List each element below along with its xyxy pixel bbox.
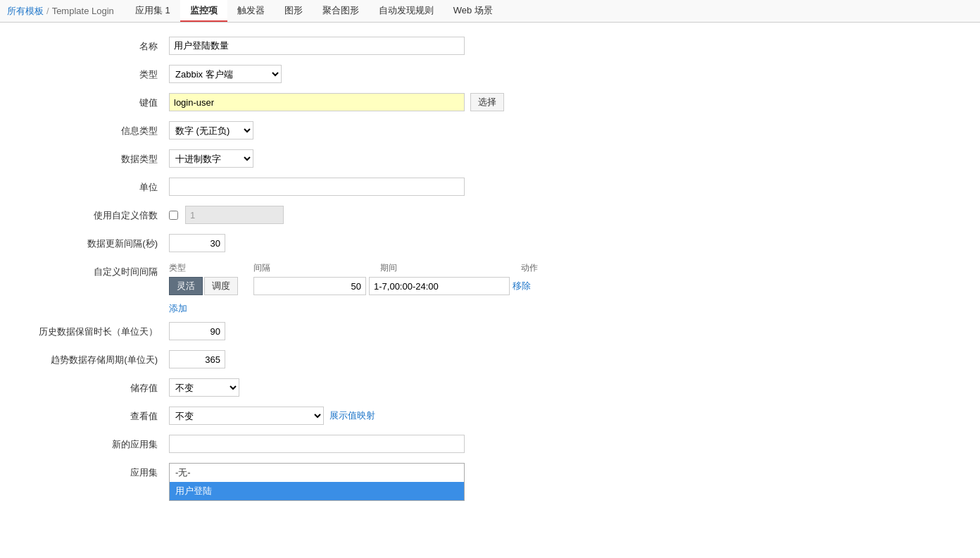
row-info-type: 信息类型 数字 (无正负)字符日志文本浮点数 bbox=[28, 121, 952, 142]
label-info-type: 信息类型 bbox=[28, 121, 169, 137]
row-unit: 单位 bbox=[28, 178, 952, 199]
breadcrumb: 所有模板 / Template Login bbox=[7, 5, 114, 18]
label-interval: 数据更新间隔(秒) bbox=[28, 234, 169, 250]
row-name: 名称 bbox=[28, 37, 952, 58]
appset-list: -无- 用户登陆 bbox=[169, 463, 465, 501]
field-name bbox=[169, 37, 952, 55]
label-name: 名称 bbox=[28, 37, 169, 53]
store-value-select[interactable]: 不变差值简单变化每秒变化 bbox=[169, 378, 239, 397]
multiplier-input[interactable] bbox=[185, 206, 284, 224]
multiplier-checkbox[interactable] bbox=[169, 211, 178, 220]
appset-item-user-login[interactable]: 用户登陆 bbox=[170, 482, 464, 500]
breadcrumb-all-templates[interactable]: 所有模板 bbox=[7, 5, 44, 18]
field-data-type: 十进制数字八进制数字十六进制数字布尔值 bbox=[169, 149, 952, 168]
field-info-type: 数字 (无正负)字符日志文本浮点数 bbox=[169, 121, 952, 140]
tab-auto-discover[interactable]: 自动发现规则 bbox=[369, 0, 444, 22]
nav-tabs: 应用集 1 监控项 触发器 图形 聚合图形 自动发现规则 Web 场景 bbox=[125, 0, 503, 22]
row-show-value: 查看值 不变 展示值映射 bbox=[28, 407, 952, 428]
custom-interval-row: 灵活 调度 移除 bbox=[169, 277, 563, 295]
label-multiplier: 使用自定义倍数 bbox=[28, 206, 169, 222]
tab-aggregate[interactable]: 聚合图形 bbox=[313, 0, 369, 22]
row-trend: 趋势数据存储周期(单位天) bbox=[28, 350, 952, 371]
field-appset: -无- 用户登陆 bbox=[169, 463, 952, 501]
col-header-interval: 间隔 bbox=[253, 262, 380, 274]
type-select[interactable]: Zabbix 客户端Zabbix 代理SNMP v1SNMP v2IPMIJMX bbox=[169, 65, 282, 83]
breadcrumb-current: Template Login bbox=[52, 6, 114, 16]
remove-interval-button[interactable]: 移除 bbox=[513, 280, 531, 292]
value-mapping-link[interactable]: 展示值映射 bbox=[329, 409, 375, 422]
label-store-value: 储存值 bbox=[28, 378, 169, 395]
info-type-select[interactable]: 数字 (无正负)字符日志文本浮点数 bbox=[169, 121, 253, 140]
col-header-action: 动作 bbox=[521, 262, 563, 274]
col-header-period: 期间 bbox=[380, 262, 521, 274]
row-store-value: 储存值 不变差值简单变化每秒变化 bbox=[28, 378, 952, 399]
label-appset: 应用集 bbox=[28, 463, 169, 479]
btn-schedule[interactable]: 调度 bbox=[204, 277, 238, 295]
row-key: 键值 选择 bbox=[28, 93, 952, 114]
label-custom-interval: 自定义时间间隔 bbox=[28, 262, 169, 278]
tab-trigger[interactable]: 触发器 bbox=[227, 0, 275, 22]
tab-graph[interactable]: 图形 bbox=[275, 0, 313, 22]
row-multiplier: 使用自定义倍数 bbox=[28, 206, 952, 227]
label-key: 键值 bbox=[28, 93, 169, 109]
custom-interval-container: 类型 间隔 期间 动作 灵活 调度 移除 添加 bbox=[169, 262, 563, 315]
field-unit bbox=[169, 178, 952, 196]
name-input[interactable] bbox=[169, 37, 465, 55]
key-input[interactable] bbox=[169, 93, 465, 111]
row-appset: 应用集 -无- 用户登陆 bbox=[28, 463, 952, 501]
show-value-select[interactable]: 不变 bbox=[169, 407, 324, 425]
field-type: Zabbix 客户端Zabbix 代理SNMP v1SNMP v2IPMIJMX bbox=[169, 65, 952, 83]
trend-input[interactable] bbox=[169, 350, 225, 368]
custom-interval-header: 类型 间隔 期间 动作 bbox=[169, 262, 563, 274]
custom-interval-value-input[interactable] bbox=[253, 277, 366, 295]
label-data-type: 数据类型 bbox=[28, 149, 169, 166]
field-trend bbox=[169, 350, 952, 368]
field-key: 选择 bbox=[169, 93, 952, 111]
label-history: 历史数据保留时长（单位天） bbox=[28, 322, 169, 338]
row-new-appset: 新的应用集 bbox=[28, 435, 952, 456]
history-input[interactable] bbox=[169, 322, 225, 340]
field-multiplier bbox=[169, 206, 952, 224]
tab-monitor[interactable]: 监控项 bbox=[180, 0, 227, 22]
label-type: 类型 bbox=[28, 65, 169, 81]
custom-period-input[interactable] bbox=[369, 277, 510, 295]
add-interval-link[interactable]: 添加 bbox=[169, 303, 187, 314]
label-unit: 单位 bbox=[28, 178, 169, 194]
field-store-value: 不变差值简单变化每秒变化 bbox=[169, 378, 952, 397]
unit-input[interactable] bbox=[169, 178, 465, 196]
row-interval: 数据更新间隔(秒) bbox=[28, 234, 952, 255]
row-custom-interval: 自定义时间间隔 类型 间隔 期间 动作 灵活 调度 bbox=[28, 262, 952, 315]
col-header-type: 类型 bbox=[169, 262, 253, 274]
row-type: 类型 Zabbix 客户端Zabbix 代理SNMP v1SNMP v2IPMI… bbox=[28, 65, 952, 86]
new-appset-input[interactable] bbox=[169, 435, 465, 453]
choose-button[interactable]: 选择 bbox=[470, 93, 504, 111]
data-type-select[interactable]: 十进制数字八进制数字十六进制数字布尔值 bbox=[169, 149, 253, 168]
row-data-type: 数据类型 十进制数字八进制数字十六进制数字布尔值 bbox=[28, 149, 952, 170]
field-interval bbox=[169, 234, 952, 252]
main-content: 名称 类型 Zabbix 客户端Zabbix 代理SNMP v1SNMP v2I… bbox=[0, 23, 980, 522]
field-custom-interval: 类型 间隔 期间 动作 灵活 调度 移除 添加 bbox=[169, 262, 952, 315]
field-new-appset bbox=[169, 435, 952, 453]
label-show-value: 查看值 bbox=[28, 407, 169, 423]
row-history: 历史数据保留时长（单位天） bbox=[28, 322, 952, 343]
btn-flexible[interactable]: 灵活 bbox=[169, 277, 203, 295]
interval-input[interactable] bbox=[169, 234, 225, 252]
breadcrumb-separator: / bbox=[46, 6, 49, 16]
tab-app1[interactable]: 应用集 1 bbox=[125, 0, 180, 22]
add-interval-container: 添加 bbox=[169, 302, 563, 315]
field-history bbox=[169, 322, 952, 340]
label-new-appset: 新的应用集 bbox=[28, 435, 169, 451]
label-trend: 趋势数据存储周期(单位天) bbox=[28, 350, 169, 366]
tab-web-scene[interactable]: Web 场景 bbox=[444, 0, 503, 22]
field-show-value: 不变 展示值映射 bbox=[169, 407, 952, 425]
appset-item-none[interactable]: -无- bbox=[170, 464, 464, 482]
nav-bar: 所有模板 / Template Login 应用集 1 监控项 触发器 图形 聚… bbox=[0, 0, 980, 23]
